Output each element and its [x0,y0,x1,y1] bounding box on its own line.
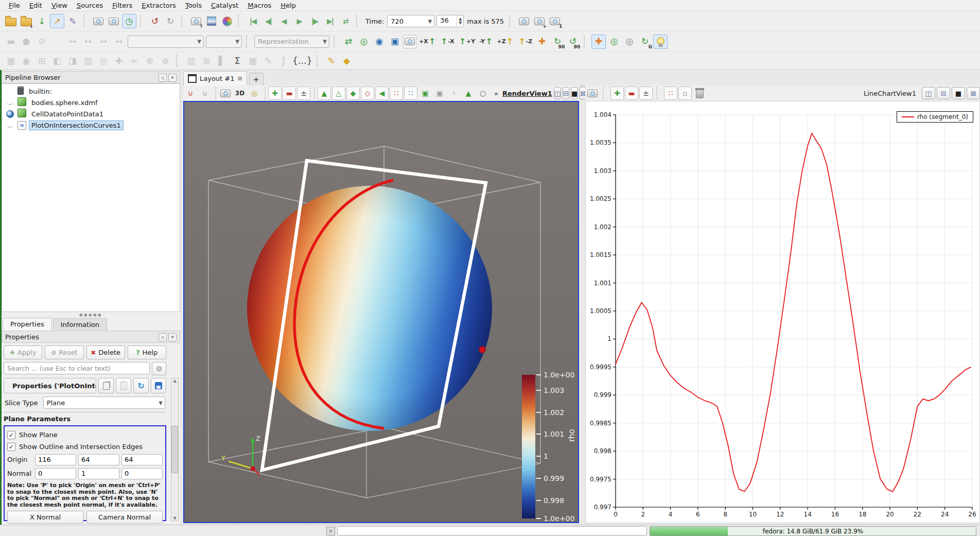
contour-icon[interactable]: ◎ [96,54,111,68]
spreadsheet-icon[interactable]: ▦ [4,54,18,68]
split-horizontal-button[interactable]: ◫ [922,87,935,99]
paste-properties-button[interactable] [116,378,131,393]
status-close-button[interactable]: ✕ [326,527,335,535]
select-points-rectangle-icon[interactable]: △ [332,87,345,100]
menu-sources[interactable]: Sources [72,1,108,10]
programmable-filter-icon[interactable]: {…} [292,54,313,68]
show-plane-checkbox[interactable]: ✓ [7,431,15,439]
screenshot-one-icon[interactable]: 1 [548,14,562,28]
auto-apply-icon[interactable]: ◷ [122,14,136,28]
frame-spinner[interactable]: 36▲▼ [436,15,464,27]
rescale-visible-icon[interactable]: ↔ [112,34,126,49]
pick-probe-icon[interactable]: ○ [476,87,489,100]
step-forward-icon[interactable]: |▶ [307,14,322,28]
menu-view[interactable]: View [47,1,72,10]
rotate-clockwise-icon[interactable]: ↻90 [550,34,565,49]
show-center-icon[interactable]: ◎ [607,34,621,49]
screenshot-frame-icon[interactable] [403,35,416,48]
measure-icon[interactable]: ✎ [324,54,339,68]
split-horizontal-button[interactable]: ◫ [554,87,561,99]
normal-z-field[interactable] [121,468,163,479]
delete-button[interactable]: ✖Delete [86,345,125,359]
representation-combo[interactable]: Representation▼ [254,36,329,48]
first-frame-icon[interactable]: |◀ [246,14,260,28]
view-minus-x-button[interactable]: ↑-X [439,35,456,48]
reset-button[interactable]: ⊘Reset [45,345,83,359]
warp-icon[interactable]: ⊗ [143,54,157,68]
reset-camera-icon[interactable]: ⇄ [341,34,356,49]
capture-chart-icon[interactable] [586,87,599,100]
scrollbar-thumb[interactable] [171,426,178,473]
close-properties-button[interactable]: ✕ [168,333,177,341]
reset-camera-closest-icon[interactable]: ◉ [372,34,387,49]
camera-undo-icon[interactable]: ↑ [189,14,203,28]
pipeline-item[interactable]: CellDatatoPointData1 [2,108,180,119]
split-vertical-button[interactable]: ⊟ [563,87,569,99]
threshold-icon[interactable]: ▤ [81,54,95,68]
undock-properties-button[interactable]: ▫ [159,333,167,341]
pipeline-item[interactable]: ≈PlotOnIntersectionCurves1 [2,119,180,131]
origin-z-field[interactable] [121,454,163,465]
palette-icon[interactable] [220,14,234,28]
stereo-camera-icon[interactable] [91,14,106,28]
select-block-icon[interactable]: ◀ [375,87,389,100]
view-plus-x-button[interactable]: +X↑ [417,35,437,48]
rescale-data-range-icon[interactable]: ↔ [65,34,80,49]
maximize-view-button[interactable]: ■ [571,87,578,99]
add-layout-tab-button[interactable]: + [249,73,264,85]
interactive-select-points-icon[interactable]: ∷ [404,87,417,100]
save-defaults-button[interactable] [151,378,166,393]
magnet-inactive-icon[interactable]: ∪ [198,87,212,100]
histogram-icon[interactable]: ▥ [184,54,198,68]
previous-frame-icon[interactable]: ◀| [261,14,275,28]
copy-properties-button[interactable] [98,378,114,393]
menu-macros[interactable]: Macros [243,1,276,10]
reload-properties-button[interactable]: ↻ [133,378,149,393]
orientation-axes-icon[interactable]: ✚ [535,34,549,49]
view-plus-y-button[interactable]: ↑+Y [457,35,477,48]
extract-selection-icon[interactable]: ✎ [261,54,275,68]
menu-catalyst[interactable]: Catalyst [206,1,243,10]
layout-tab[interactable]: Layout #1 ⊠ [183,71,247,85]
color-brush-icon[interactable]: ✎ [65,14,80,28]
menu-edit[interactable]: Edit [25,1,47,10]
chart-toggle-selection-icon[interactable]: ± [639,87,653,100]
apply-button[interactable]: ✚Apply [4,345,42,359]
pipeline-item[interactable]: builtin: [2,85,180,97]
clear-chart-selection-icon[interactable] [693,87,706,100]
slice-type-combo[interactable]: Plane▼ [43,396,165,409]
hover-cells-icon[interactable]: ▣ [433,87,446,100]
close-view-button[interactable]: ⊠ [967,87,980,99]
slice-icon[interactable]: ◨ [65,54,80,68]
separate-color-map-icon[interactable]: ⊘ [34,34,49,49]
group-datasets-icon[interactable]: ⊕ [158,54,172,68]
toggle-2d-3d-button[interactable]: 3D [233,87,247,100]
chart-select-polygon-icon[interactable]: ∷ [664,87,677,100]
camera-normal-button[interactable]: Camera Normal [86,511,163,524]
undo-icon[interactable]: ↺ [148,14,162,28]
close-tab-icon[interactable]: ⊠ [238,75,242,82]
open-file-icon[interactable] [4,14,18,28]
last-frame-icon[interactable]: ▶| [323,14,337,28]
properties-group-bar[interactable]: Properties ('PlotOnInter [4,378,96,393]
panel-splitter[interactable]: ●●●●● [2,313,180,317]
chart-select-rectangle-icon[interactable]: ✚ [610,87,624,100]
glyph-icon[interactable]: ✚ [112,54,126,68]
clip-icon[interactable]: ◧ [50,54,64,68]
interactive-select-cells-icon[interactable]: ▣ [418,87,432,100]
menu-extractors[interactable]: Extractors [137,1,181,10]
render-view-title[interactable]: RenderView1 [502,90,552,97]
edit-color-map-icon[interactable]: ● [19,34,33,49]
split-vertical-button[interactable]: ⊟ [937,87,950,99]
search-options-button[interactable]: ⚙ [152,362,166,375]
plot-over-line-icon[interactable]: ⊞ [34,54,49,68]
pipeline-item[interactable]: bodies.sphere.xdmf [2,97,180,108]
rescale-temporal-icon[interactable]: ↔ [96,34,111,49]
spreadsheet-view-icon[interactable]: ▦ [246,54,260,68]
normal-x-field[interactable] [35,468,76,479]
menu-filters[interactable]: Filters [108,1,137,10]
close-pipeline-button[interactable]: ✕ [168,74,177,82]
render-view[interactable]: Z Y 1.0e+001.0031.0021.00110.9990.9981.0… [183,101,579,523]
origin-y-field[interactable] [78,454,119,465]
capture-render-icon[interactable] [219,87,232,100]
